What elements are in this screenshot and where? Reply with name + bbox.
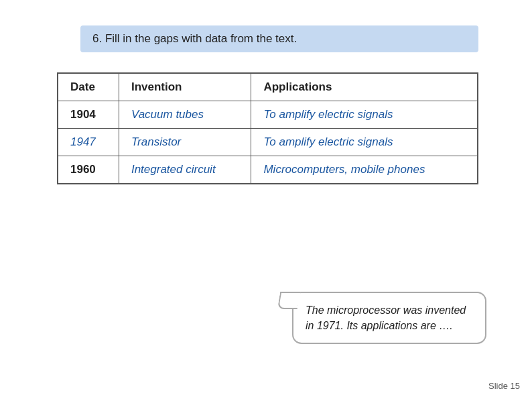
speech-bubble: The microprocessor was invented in 1971.…: [292, 292, 486, 344]
slide-number: Slide 15: [488, 381, 520, 391]
slide-container: 6. Fill in the gaps with data from the t…: [0, 0, 532, 399]
instruction-text: 6. Fill in the gaps with data from the t…: [92, 32, 297, 45]
col-header-applications: Applications: [251, 73, 478, 101]
table-header-row: Date Invention Applications: [58, 73, 478, 101]
cell-invention: Transistor: [119, 129, 251, 156]
cell-applications: To amplify electric signals: [251, 101, 478, 129]
cell-invention: Integrated circuit: [119, 156, 251, 184]
table-row: 1947 Transistor To amplify electric sign…: [58, 129, 478, 156]
col-header-date: Date: [58, 73, 119, 101]
cell-date: 1904: [58, 101, 119, 129]
col-header-invention: Invention: [119, 73, 251, 101]
cell-invention: Vacuum tubes: [119, 101, 251, 129]
cell-date: 1947: [58, 129, 119, 156]
cell-applications: To amplify electric signals: [251, 129, 478, 156]
instruction-box: 6. Fill in the gaps with data from the t…: [80, 25, 478, 52]
cell-applications: Microcomputers, mobile phones: [251, 156, 478, 184]
speech-bubble-text: The microprocessor was invented in 1971.…: [306, 304, 466, 331]
table-row: 1960 Integrated circuit Microcomputers, …: [58, 156, 478, 184]
table-wrapper: Date Invention Applications 1904 Vacuum …: [57, 72, 478, 184]
data-table: Date Invention Applications 1904 Vacuum …: [57, 72, 478, 184]
cell-date: 1960: [58, 156, 119, 184]
table-row: 1904 Vacuum tubes To amplify electric si…: [58, 101, 478, 129]
